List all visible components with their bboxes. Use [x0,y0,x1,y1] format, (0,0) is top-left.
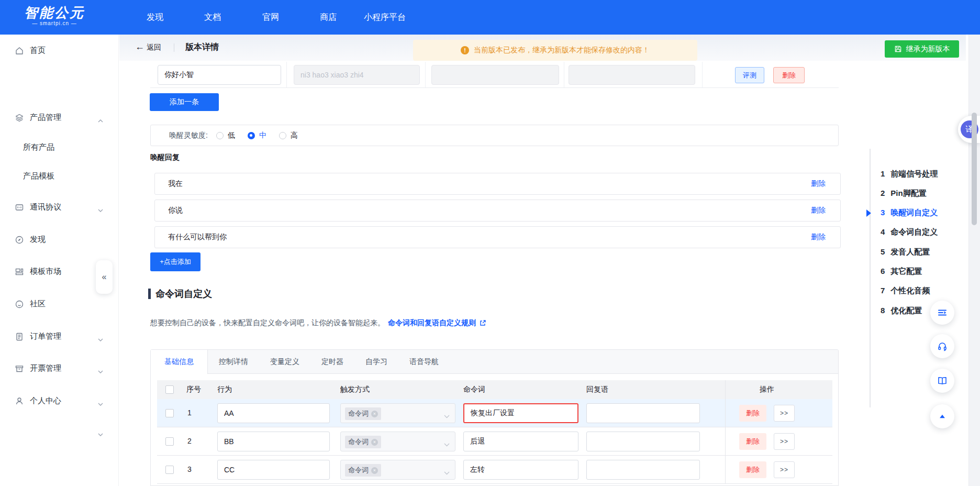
delete-reply-link[interactable]: 删除 [811,206,826,215]
anchor-item-5[interactable]: 5发音人配置 [881,247,930,257]
nav-item-discover[interactable]: 发现 [147,0,163,35]
radio-high[interactable]: 高 [279,131,298,140]
anchor-item-2[interactable]: 2Pin脚配置 [881,189,927,198]
disabled-input-3 [431,65,559,85]
trigger-select[interactable]: 命令词 × [340,460,455,480]
sidebar-item-community[interactable]: 社区 [0,294,119,315]
sidebar-item-order-management[interactable]: 订单管理 [0,326,119,347]
delete-row-button[interactable]: 删除 [739,461,766,478]
anchor-item-6[interactable]: 6其它配置 [881,267,922,277]
back-button[interactable]: 返回 [147,43,161,52]
sidebar-item-communication-protocol[interactable]: 通讯协议 [0,197,119,218]
delete-row-button[interactable]: 删除 [739,405,766,422]
sidebar-item-collapsed[interactable] [0,421,119,442]
external-link-icon[interactable] [479,319,486,327]
trigger-tag: 命令词 × [345,407,381,420]
inherit-new-version-button[interactable]: 继承为新版本 [885,40,959,58]
sidebar-item-personal-center[interactable]: 个人中心 [0,391,119,412]
delete-reply-link[interactable]: 删除 [811,233,826,242]
expand-row-button[interactable]: >> [774,433,795,450]
add-row-button[interactable]: 添加一条 [150,93,219,111]
row-checkbox[interactable] [165,409,174,417]
chevron-down-icon [444,468,450,477]
collapse-icon: « [102,272,107,282]
nav-item-miniprogram[interactable]: 小程序平台 [364,0,406,35]
tab-voice-navigation[interactable]: 语音导航 [398,350,450,374]
sidebar-item-all-products[interactable]: 所有产品 [0,137,119,158]
back-to-top-fab[interactable] [930,404,954,428]
trigger-select[interactable]: 命令词 × [340,403,455,423]
row-checkbox[interactable] [165,466,174,474]
nav-item-store[interactable]: 商店 [320,0,337,35]
trigger-select[interactable]: 命令词 × [340,432,455,451]
scrollbar-thumb[interactable] [972,113,977,225]
sidebar-item-discover[interactable]: 发现 [0,229,119,250]
header-index: 序号 [186,385,201,394]
wake-reply-row: 你说 删除 [154,200,841,222]
tab-basic-info[interactable]: 基础信息 [151,350,208,374]
delete-row-button[interactable]: 删除 [739,433,766,450]
sidebar-item-product-management[interactable]: 产品管理 [0,107,119,128]
expand-row-button[interactable]: >> [774,461,795,478]
reply-input[interactable] [586,432,700,451]
expand-row-button[interactable]: >> [774,405,795,422]
chevron-down-icon [444,412,450,420]
table-row: 1 命令词 × 删除 >> [157,399,832,427]
sidebar-item-home[interactable]: 首页 [0,40,119,61]
tag-close-icon[interactable]: × [371,467,378,474]
nav-item-official-site[interactable]: 官网 [262,0,279,35]
reply-input[interactable] [586,403,700,423]
command-input[interactable] [463,432,578,451]
command-input[interactable] [463,460,578,480]
tag-close-icon[interactable]: × [371,439,378,446]
wake-reply-row: 有什么可以帮到你 删除 [154,226,841,248]
app-logo[interactable]: 智能公元 — smartpi.cn — [24,5,85,26]
delete-reply-link[interactable]: 删除 [811,179,826,189]
anchor-active-marker [866,209,871,217]
docs-fab[interactable] [930,369,954,393]
behavior-input[interactable] [217,460,330,480]
tab-variable-definition[interactable]: 变量定义 [259,350,310,374]
select-all-checkbox[interactable] [165,385,174,394]
tab-self-learning[interactable]: 自学习 [354,350,398,374]
anchor-item-8[interactable]: 8优化配置 [881,306,922,316]
radio-low[interactable]: 低 [216,131,235,140]
tag-close-icon[interactable]: × [371,411,378,417]
wake-reply-title: 唤醒回复 [150,153,180,162]
command-input-highlighted[interactable] [463,403,578,423]
tab-control-details[interactable]: 控制详情 [208,350,259,374]
logo-title: 智能公元 [24,5,85,20]
anchor-item-1[interactable]: 1前端信号处理 [881,169,938,179]
anchor-menu-fab[interactable] [930,301,954,325]
sidebar-item-product-templates[interactable]: 产品模板 [0,166,119,187]
orders-icon [15,332,24,341]
evaluate-button[interactable]: 评测 [735,67,764,83]
anchor-item-3-active[interactable]: 3唤醒词自定义 [881,208,938,218]
sidebar-collapse-handle[interactable]: « [96,260,113,294]
delete-wake-word-button[interactable]: 删除 [773,67,805,83]
radio-medium[interactable]: 中 [248,131,266,140]
trigger-tag: 命令词 × [345,464,381,477]
behavior-input[interactable] [217,432,330,451]
back-arrow-icon[interactable]: ← [135,41,144,52]
behavior-input[interactable] [217,403,330,423]
warning-icon: ! [461,46,469,54]
anchor-item-4[interactable]: 4命令词自定义 [881,227,938,237]
radio-checked-icon [248,132,255,139]
reply-input[interactable] [586,460,700,480]
tab-timer[interactable]: 定时器 [310,350,354,374]
support-fab[interactable] [930,334,954,358]
click-to-add-button[interactable]: +点击添加 [150,252,201,271]
sidebar-item-invoice-management[interactable]: 开票管理 [0,358,119,379]
column-divider [425,62,426,87]
nav-item-docs[interactable]: 文档 [204,0,221,35]
chevron-down-icon [98,334,103,343]
rules-link[interactable]: 命令词和回复语自定义规则 [388,318,476,328]
anchor-item-7[interactable]: 7个性化音频 [881,286,930,296]
wake-word-input[interactable] [158,65,281,85]
actions-column-divider [725,380,726,484]
row-checkbox[interactable] [165,437,174,446]
row-separator [150,87,839,88]
book-icon [937,375,948,386]
pinyin-input[interactable] [294,65,420,85]
